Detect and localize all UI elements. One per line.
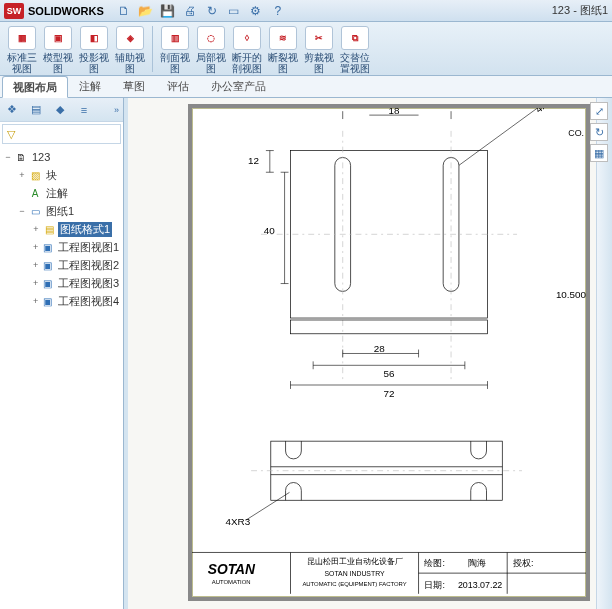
- command-ribbon: ▦标准三视图 ▣模型视图 ◧投影视图 ◈辅助视图 ▥剖面视图 ◌局部视图 ◊断开…: [0, 22, 612, 76]
- ribbon-label: 剖面视图: [157, 52, 193, 74]
- svg-text:SOTAN INDUSTRY: SOTAN INDUSTRY: [324, 570, 385, 577]
- svg-text:40: 40: [264, 225, 275, 236]
- new-icon[interactable]: 🗋: [116, 3, 132, 19]
- document-title: 123 - 图纸1: [552, 3, 608, 18]
- tree-label: 工程图视图2: [56, 258, 121, 273]
- svg-line-12: [459, 108, 547, 165]
- drawing-sheet[interactable]: 18 12 40 28 56 72 10.500 4X: [188, 104, 590, 601]
- feature-tree: −🗎123 +▧块 A注解 −▭图纸1 +▤图纸格式1 +▣工程图视图1 +▣工…: [0, 146, 123, 609]
- ribbon-standard-3view[interactable]: ▦标准三视图: [4, 24, 40, 74]
- main-row: ❖ ▤ ◆ ≡ » ▽ −🗎123 +▧块 A注解 −▭图纸1 +▤图纸格式1 …: [0, 98, 612, 609]
- ribbon-broken-section[interactable]: ◊断开的剖视图: [229, 24, 265, 74]
- ribbon-section-view[interactable]: ▥剖面视图: [157, 24, 193, 74]
- tree-label: 块: [44, 168, 59, 183]
- app-name: SOLIDWORKS: [28, 5, 104, 17]
- tab-annotation[interactable]: 注解: [68, 75, 112, 97]
- title-bar: SW SOLIDWORKS 🗋 📂 💾 🖨 ↻ ▭ ⚙ ? 123 - 图纸1: [0, 0, 612, 22]
- tree-annotations[interactable]: A注解: [2, 184, 121, 202]
- svg-text:12: 12: [248, 155, 259, 166]
- ribbon-label: 辅助视图: [112, 52, 148, 74]
- vscrollbar[interactable]: [596, 98, 612, 609]
- svg-line-19: [246, 492, 289, 520]
- what-icon[interactable]: ?: [270, 3, 286, 19]
- svg-text:CO.: CO.: [568, 128, 584, 138]
- svg-text:28: 28: [374, 343, 385, 354]
- tree-view2[interactable]: +▣工程图视图2: [2, 256, 121, 274]
- tab-office[interactable]: 办公室产品: [200, 75, 277, 97]
- ribbon-label: 剪裁视图: [301, 52, 337, 74]
- ribbon-crop-view[interactable]: ✂剪裁视图: [301, 24, 337, 74]
- quick-access-toolbar: 🗋 📂 💾 🖨 ↻ ▭ ⚙ ?: [116, 3, 286, 19]
- svg-text:4XR3: 4XR3: [225, 516, 250, 527]
- drawing-canvas[interactable]: ⤢ ↻ ▦ 18: [128, 98, 612, 609]
- tree-label: 工程图视图3: [56, 276, 121, 291]
- rotate-icon[interactable]: ↻: [590, 123, 608, 141]
- ribbon-separator: [152, 26, 153, 72]
- ribbon-label: 模型视图: [40, 52, 76, 74]
- filter-icon: ▽: [7, 128, 15, 141]
- tree-label: 注解: [44, 186, 70, 201]
- tree-label: 123: [30, 151, 52, 163]
- svg-text:陶海: 陶海: [468, 558, 486, 568]
- ribbon-label: 局部视图: [193, 52, 229, 74]
- tab-sketch[interactable]: 草图: [112, 75, 156, 97]
- tree-label: 图纸格式1: [58, 222, 112, 237]
- ribbon-label: 标准三视图: [4, 52, 40, 74]
- property-tab-icon[interactable]: ▤: [28, 102, 44, 118]
- rebuild-icon[interactable]: ↻: [204, 3, 220, 19]
- feature-tree-panel: ❖ ▤ ◆ ≡ » ▽ −🗎123 +▧块 A注解 −▭图纸1 +▤图纸格式1 …: [0, 98, 124, 609]
- svg-text:AUTOMATIC (EQUIPMENT) FACTORY: AUTOMATIC (EQUIPMENT) FACTORY: [302, 581, 406, 587]
- tree-view4[interactable]: +▣工程图视图4: [2, 292, 121, 310]
- tab-view-layout[interactable]: 视图布局: [2, 76, 68, 98]
- open-icon[interactable]: 📂: [138, 3, 154, 19]
- svg-text:日期:: 日期:: [424, 580, 444, 590]
- zoom-fit-icon[interactable]: ⤢: [590, 102, 608, 120]
- ribbon-label: 投影视图: [76, 52, 112, 74]
- ribbon-break-view[interactable]: ≋断裂视图: [265, 24, 301, 74]
- ribbon-label: 断裂视图: [265, 52, 301, 74]
- svg-text:2013.07.22: 2013.07.22: [458, 580, 502, 590]
- print-icon[interactable]: 🖨: [182, 3, 198, 19]
- svg-text:AUTOMATION: AUTOMATION: [212, 579, 251, 585]
- svg-text:4XR3: 4XR3: [533, 108, 560, 115]
- drawing-svg: 18 12 40 28 56 72 10.500 4X: [192, 108, 586, 597]
- select-icon[interactable]: ▭: [226, 3, 242, 19]
- ribbon-detail-view[interactable]: ◌局部视图: [193, 24, 229, 74]
- tree-view1[interactable]: +▣工程图视图1: [2, 238, 121, 256]
- svg-text:绘图:: 绘图:: [424, 558, 444, 568]
- svg-text:56: 56: [384, 368, 395, 379]
- svg-rect-4: [291, 320, 488, 334]
- svg-text:18: 18: [388, 108, 399, 116]
- svg-text:10.500: 10.500: [556, 289, 586, 300]
- tree-label: 图纸1: [44, 204, 76, 219]
- tab-evaluate[interactable]: 评估: [156, 75, 200, 97]
- ribbon-model-view[interactable]: ▣模型视图: [40, 24, 76, 74]
- svg-text:授权:: 授权:: [513, 558, 533, 568]
- filter-bar[interactable]: ▽: [2, 124, 121, 144]
- display-tab-icon[interactable]: ≡: [76, 102, 92, 118]
- ribbon-aux-view[interactable]: ◈辅助视图: [112, 24, 148, 74]
- svg-text:72: 72: [384, 388, 395, 399]
- svg-text:SOTAN: SOTAN: [208, 562, 256, 577]
- command-tabs: 视图布局 注解 草图 评估 办公室产品: [0, 76, 612, 98]
- tree-root[interactable]: −🗎123: [2, 148, 121, 166]
- tree-sheet[interactable]: −▭图纸1: [2, 202, 121, 220]
- app-logo: SW: [4, 3, 24, 19]
- config-tab-icon[interactable]: ◆: [52, 102, 68, 118]
- display-style-icon[interactable]: ▦: [590, 144, 608, 162]
- save-icon[interactable]: 💾: [160, 3, 176, 19]
- feature-tree-icon[interactable]: ❖: [4, 102, 20, 118]
- ribbon-projection-view[interactable]: ◧投影视图: [76, 24, 112, 74]
- tree-view3[interactable]: +▣工程图视图3: [2, 274, 121, 292]
- options-icon[interactable]: ⚙: [248, 3, 264, 19]
- ribbon-label: 断开的剖视图: [229, 52, 265, 74]
- tree-blocks[interactable]: +▧块: [2, 166, 121, 184]
- ribbon-alt-position[interactable]: ⧉交替位置视图: [337, 24, 373, 74]
- svg-text:昆山松田工业自动化设备厂: 昆山松田工业自动化设备厂: [307, 557, 403, 566]
- panel-collapse-icon[interactable]: »: [114, 105, 119, 115]
- ribbon-label: 交替位置视图: [337, 52, 373, 74]
- tree-sheet-format[interactable]: +▤图纸格式1: [2, 220, 121, 238]
- canvas-toolbar: ⤢ ↻ ▦: [590, 102, 608, 162]
- tree-label: 工程图视图4: [56, 294, 121, 309]
- panel-tabs: ❖ ▤ ◆ ≡ »: [0, 98, 123, 122]
